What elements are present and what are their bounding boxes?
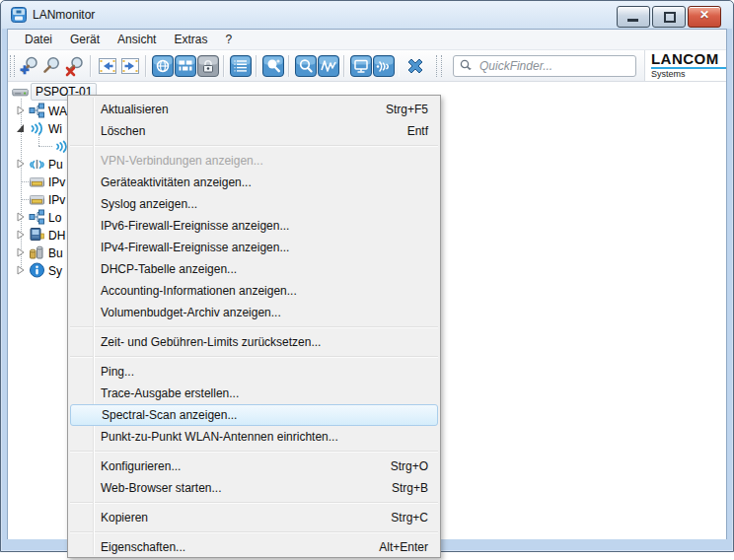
- find-device-button[interactable]: [41, 54, 63, 78]
- lock-button[interactable]: [197, 54, 219, 78]
- abort-button[interactable]: [404, 54, 426, 78]
- toolbar-separator: [343, 55, 345, 77]
- menu-item-loeschen[interactable]: Löschen Entf: [68, 120, 440, 142]
- tree-item-label[interactable]: IPv: [48, 175, 65, 189]
- menu-extras[interactable]: Extras: [165, 31, 216, 48]
- maximize-button[interactable]: [652, 6, 686, 28]
- app-icon: [11, 7, 27, 23]
- menubar: Datei Gerät Ansicht Extras ?: [8, 30, 726, 50]
- panel-left-button[interactable]: [97, 54, 118, 78]
- firewall-events-button[interactable]: [175, 54, 196, 78]
- menu-item-trace-ausgabe[interactable]: Trace-Ausgabe erstellen...: [68, 383, 440, 404]
- toolbar-gripper[interactable]: [10, 55, 15, 77]
- menu-datei[interactable]: Datei: [16, 31, 61, 48]
- abort-icon: [404, 55, 426, 77]
- display-button[interactable]: [350, 54, 372, 78]
- network-icon: [29, 209, 45, 225]
- remove-device-button[interactable]: [64, 54, 86, 78]
- menu-separator: [70, 531, 438, 533]
- budget-icon: [29, 245, 45, 260]
- device-activities-icon: [230, 55, 252, 77]
- device-activities-button[interactable]: [230, 54, 252, 78]
- server-icon: [29, 227, 45, 243]
- vpn-connections-button[interactable]: [152, 54, 174, 78]
- tree-item-label[interactable]: Bu: [48, 246, 63, 260]
- find-device-icon: [41, 55, 63, 77]
- close-button[interactable]: ✕: [688, 6, 721, 28]
- expander-collapsed-icon[interactable]: [15, 157, 27, 171]
- panel-left-icon: [97, 55, 118, 77]
- spectral-scan-button[interactable]: [318, 54, 339, 78]
- expander-collapsed-icon[interactable]: [15, 228, 27, 242]
- expander-collapsed-icon[interactable]: [15, 245, 27, 259]
- menu-item-volumenbudget[interactable]: Volumenbudget-Archiv anzeigen...: [68, 302, 440, 323]
- context-menu: Aktualisieren Strg+F5 Löschen Entf VPN-V…: [67, 95, 441, 558]
- quickfinder-input[interactable]: [453, 55, 636, 77]
- titlebar[interactable]: LANmonitor ✕: [1, 1, 733, 29]
- toolbar-separator: [90, 55, 92, 77]
- lock-icon: [197, 55, 219, 77]
- menu-item-syslog[interactable]: Syslog anzeigen...: [68, 193, 440, 215]
- menu-ansicht[interactable]: Ansicht: [109, 31, 165, 48]
- menu-item-aktualisieren[interactable]: Aktualisieren Strg+F5: [68, 99, 440, 120]
- menu-item-p2p-antennen[interactable]: Punkt-zu-Punkt WLAN-Antennen einrichten.…: [68, 426, 440, 448]
- expander-collapsed-icon[interactable]: [15, 263, 27, 277]
- menu-item-accounting[interactable]: Accounting-Informationen anzeigen...: [68, 280, 440, 302]
- menu-separator: [70, 356, 438, 358]
- menu-item-geraeteaktivitaeten[interactable]: Geräteaktivitäten anzeigen...: [68, 172, 440, 193]
- menu-item-kopieren[interactable]: Kopieren Strg+C: [68, 507, 440, 528]
- shortcut: Strg+C: [391, 507, 428, 528]
- display-icon: [350, 55, 372, 77]
- info-icon: [29, 262, 45, 278]
- menu-item-ipv6-firewall[interactable]: IPv6-Firewall-Ereignisse anzeigen...: [68, 215, 440, 237]
- expander-collapsed-icon[interactable]: [15, 104, 27, 117]
- tree-guide-line: [21, 199, 29, 200]
- tree-item-label[interactable]: IPv: [48, 193, 65, 207]
- shortcut: Strg+B: [392, 477, 428, 499]
- tree-item-label[interactable]: Pu: [48, 158, 63, 172]
- menu-item-konfigurieren[interactable]: Konfigurieren... Strg+O: [68, 455, 440, 477]
- screen: { "window": { "title": "LANmonitor" }, "…: [0, 0, 734, 560]
- menu-item-limits-zuruecksetzen[interactable]: Zeit- und Gebühren-Limits zurücksetzen..…: [68, 331, 440, 353]
- toolbar-separator: [399, 55, 401, 77]
- p2p-antenna-icon: [29, 156, 45, 172]
- add-device-icon: [19, 55, 40, 77]
- ping-button[interactable]: [262, 54, 284, 78]
- toolbar-separator: [288, 55, 290, 77]
- expander-expanded-icon[interactable]: [15, 121, 27, 135]
- minimize-icon: [627, 19, 638, 22]
- minimize-button[interactable]: [617, 6, 650, 28]
- menu-geraet[interactable]: Gerät: [61, 31, 109, 48]
- menu-item-web-browser[interactable]: Web-Browser starten... Strg+B: [68, 477, 440, 499]
- spectral-scan-icon: [318, 55, 339, 77]
- menu-item-eigenschaften[interactable]: Eigenschaften... Alt+Enter: [68, 536, 440, 558]
- network-icon: [29, 103, 45, 118]
- vpn-connections-icon: [152, 55, 174, 77]
- wlan-antenna-icon: [373, 55, 395, 77]
- ping-icon: [262, 55, 284, 77]
- menu-help[interactable]: ?: [216, 31, 241, 48]
- tree-item-label[interactable]: Lo: [48, 211, 61, 225]
- tree-item-label[interactable]: Sy: [48, 264, 62, 278]
- add-device-button[interactable]: [19, 54, 40, 78]
- wlan-antenna-button[interactable]: [373, 54, 395, 78]
- menu-item-ipv4-firewall[interactable]: IPv4-Firewall-Ereignisse anzeigen...: [68, 237, 440, 258]
- remove-device-icon: [64, 55, 86, 77]
- quickfinder-gripper[interactable]: [436, 55, 441, 77]
- firewall-device-icon: [29, 174, 45, 189]
- tree-item-label[interactable]: WA: [48, 105, 67, 118]
- tree-item-label[interactable]: DH: [48, 229, 65, 243]
- shortcut: Strg+F5: [386, 99, 428, 120]
- trace-button[interactable]: [295, 54, 317, 78]
- toolbar-separator: [145, 55, 147, 77]
- menu-item-spectral-scan[interactable]: Spectral-Scan anzeigen...: [70, 404, 438, 426]
- panel-right-button[interactable]: [119, 54, 141, 78]
- menu-item-dhcp-tabelle[interactable]: DHCP-Tabelle anzeigen...: [68, 258, 440, 280]
- menu-separator: [70, 145, 438, 147]
- firewall-device-icon: [29, 191, 45, 207]
- tree-item-label[interactable]: Wi: [48, 122, 62, 136]
- tree-guide-line: [38, 146, 52, 147]
- toolbar: LANCOM Systems: [8, 50, 726, 82]
- expander-collapsed-icon[interactable]: [15, 210, 27, 224]
- menu-item-ping[interactable]: Ping...: [68, 361, 440, 383]
